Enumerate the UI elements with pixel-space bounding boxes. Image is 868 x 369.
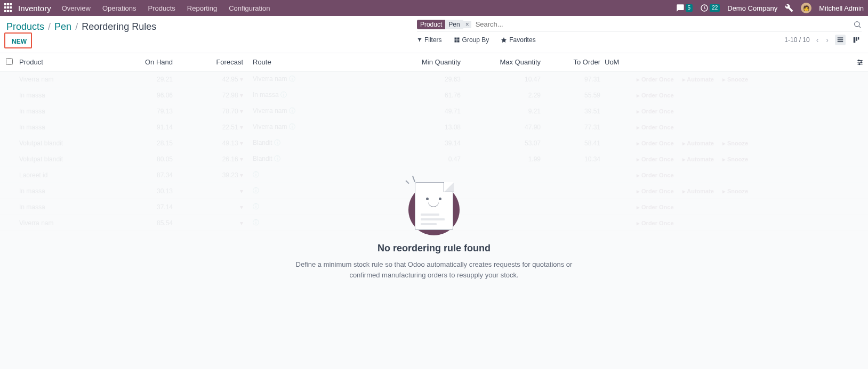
table-row: Viverra nam29.2142.95 ▾Viverra nam ⓘ29.6… <box>0 71 868 87</box>
table-row: Volutpat blandit80.0526.16 ▾Blandit ⓘ0.4… <box>0 151 868 167</box>
kanban-view-button[interactable] <box>851 35 862 45</box>
breadcrumb-current: Reordering Rules <box>82 21 156 32</box>
svg-rect-7 <box>858 37 859 40</box>
filters-button[interactable]: Filters <box>417 36 442 44</box>
empty-illustration <box>405 178 463 236</box>
table-header: Product On Hand Forecast Route Min Quant… <box>0 53 868 71</box>
activities-icon[interactable]: 22 <box>700 4 720 12</box>
column-route[interactable]: Route <box>253 58 391 66</box>
sliders-icon <box>856 59 864 66</box>
menu-reporting[interactable]: Reporting <box>187 4 217 12</box>
debug-icon[interactable] <box>785 4 793 13</box>
svg-rect-5 <box>854 37 856 43</box>
pager-prev[interactable]: ‹ <box>815 36 820 44</box>
column-uom[interactable]: UoM <box>605 58 637 66</box>
avatar[interactable]: 🧑 <box>801 3 811 13</box>
svg-rect-4 <box>838 41 843 42</box>
search-input[interactable] <box>475 19 851 29</box>
search-bar: Product Pen × <box>417 19 862 31</box>
select-all-checkbox[interactable] <box>6 58 13 65</box>
groupby-icon <box>454 37 460 43</box>
column-toorder[interactable]: To Order <box>551 58 605 66</box>
svg-point-1 <box>855 21 859 26</box>
favorites-button[interactable]: Favorites <box>501 36 535 44</box>
search-facet-key: Product <box>417 20 445 29</box>
pager-next[interactable]: › <box>825 36 830 44</box>
company-switcher[interactable]: Demo Company <box>727 4 777 12</box>
apps-icon[interactable] <box>4 3 14 13</box>
menu-overview[interactable]: Overview <box>62 4 91 12</box>
svg-point-13 <box>859 64 860 65</box>
app-brand[interactable]: Inventory <box>18 4 51 13</box>
menu-operations[interactable]: Operations <box>102 4 136 12</box>
discuss-icon[interactable]: 5 <box>676 4 693 12</box>
control-panel: Products / Pen / Reordering Rules NEW Pr… <box>0 16 868 53</box>
breadcrumb-pen[interactable]: Pen <box>54 21 71 32</box>
search-icon[interactable] <box>853 20 862 29</box>
column-max[interactable]: Max Quantity <box>471 58 551 66</box>
filter-icon <box>417 37 422 43</box>
breadcrumb: Products / Pen / Reordering Rules <box>6 19 417 32</box>
new-button-highlight <box>4 32 32 48</box>
svg-rect-6 <box>856 37 857 41</box>
kanban-icon <box>853 36 860 44</box>
svg-rect-2 <box>838 37 843 38</box>
empty-title: No reordering rule found <box>377 243 491 254</box>
optional-columns-button[interactable] <box>852 58 868 67</box>
empty-subtitle: Define a minimum stock rule so that Odoo… <box>285 259 583 280</box>
list-icon <box>837 36 844 44</box>
table-row: In massa79.1378.70 ▾Viverra nam ⓘ49.719.… <box>0 103 868 119</box>
menu-configuration[interactable]: Configuration <box>229 4 270 12</box>
top-nav: Inventory Overview Operations Products R… <box>0 0 868 16</box>
star-icon <box>501 37 507 43</box>
table-row: In massa96.0672.98 ▾In massa ⓘ61.762.295… <box>0 87 868 103</box>
list-view-button[interactable] <box>835 35 846 45</box>
search-facet-product: Product Pen × <box>417 20 471 29</box>
pager-text[interactable]: 1-10 / 10 <box>784 36 809 44</box>
svg-point-12 <box>861 62 862 63</box>
groupby-button[interactable]: Group By <box>454 36 489 44</box>
content-area: Viverra nam29.2142.95 ▾Viverra nam ⓘ29.6… <box>0 71 868 231</box>
svg-rect-3 <box>838 39 843 40</box>
column-min[interactable]: Min Quantity <box>391 58 471 66</box>
svg-point-11 <box>858 60 859 61</box>
search-facet-value: Pen <box>445 20 463 29</box>
empty-state: No reordering rule found Define a minimu… <box>0 178 868 280</box>
activities-badge: 22 <box>710 4 720 12</box>
menu-products[interactable]: Products <box>148 4 175 12</box>
column-forecast[interactable]: Forecast <box>183 58 253 66</box>
search-facet-remove[interactable]: × <box>463 21 471 28</box>
table-row: Volutpat blandit28.1549.13 ▾Blandit ⓘ39.… <box>0 135 868 151</box>
user-menu[interactable]: Mitchell Admin <box>819 4 864 12</box>
table-row: In massa91.1422.51 ▾Viverra nam ⓘ13.0847… <box>0 119 868 135</box>
discuss-badge: 5 <box>686 4 693 12</box>
column-onhand[interactable]: On Hand <box>125 58 183 66</box>
breadcrumb-products[interactable]: Products <box>6 21 44 32</box>
column-product[interactable]: Product <box>18 58 125 66</box>
